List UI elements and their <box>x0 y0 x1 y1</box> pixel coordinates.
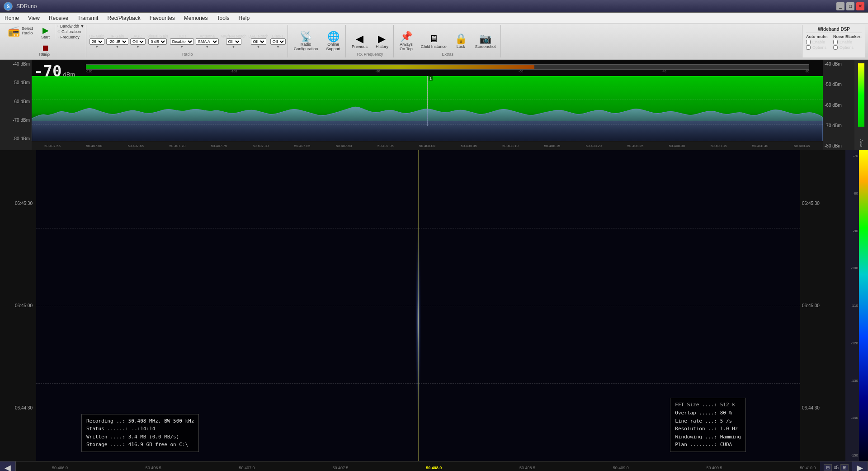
recording-info-written: Written ....: 3.4 MB (0.0 MB/s) <box>86 433 194 441</box>
window-controls: _ □ ✕ <box>836 2 864 10</box>
menu-recplayback[interactable]: Rec/Playback <box>103 13 145 23</box>
waterfall-section: 06:45:30 06:45:00 06:44:30 Recording ..:… <box>0 150 868 461</box>
bottom-freq-axis: 50.406.0 50.406.5 50.407.0 50.407.5 50.4… <box>16 461 820 471</box>
noise-blanker-enable-label: Enable <box>840 40 852 44</box>
menu-tools[interactable]: Tools <box>212 13 234 23</box>
hdr-control: HDR Disable ▼ <box>170 34 194 49</box>
time-label-6-45-30-right: 06:45:30 <box>802 201 844 206</box>
history-label: History <box>376 45 388 49</box>
zoom-in-button[interactable]: ⊞ <box>840 464 849 471</box>
spectrum-y-axis-left: -40 dBm -50 dBm -60 dBm -70 dBm -80 dBm <box>0 60 32 150</box>
freq-bottom-50408-cursor: 50.408.0 <box>426 466 442 470</box>
lock-label: Lock <box>457 45 465 49</box>
lock-button[interactable]: 🔒 Lock <box>452 29 470 53</box>
y-label-50: -50 dBm <box>2 80 30 85</box>
noise-blanker-label: Noise Blanker: <box>833 34 862 39</box>
freq-bottom-50408-5: 50.408.5 <box>519 466 535 470</box>
freq-bottom-50409-5: 50.409.5 <box>707 466 722 470</box>
maximize-btn[interactable]: □ <box>846 2 854 10</box>
noise-blanker-options-label: Options <box>840 45 854 50</box>
wideband-dsp-title: Wideband DSP <box>806 27 862 33</box>
fft-resolution-label: Resolution ..: 1.0 Hz <box>675 425 741 433</box>
calibration-button[interactable]: Calibration <box>61 29 81 34</box>
dbm-scale-130: -130 <box>846 379 858 383</box>
menu-help[interactable]: Help <box>234 13 255 23</box>
online-support-button[interactable]: 🌐 OnlineSupport <box>323 29 344 53</box>
fft-linerate-label: Line rate ...: 5 /s <box>675 417 741 425</box>
previous-button[interactable]: ◀ Previous <box>349 32 371 51</box>
auto-mute-enable-checkbox[interactable] <box>806 40 811 44</box>
fft-size-label: FFT Size ....: 512 k <box>675 401 741 409</box>
toolbar-group-rx-frequency: ◀ Previous ▶ History RX Frequency <box>347 25 394 57</box>
title-bar: S SDRuno _ □ ✕ <box>0 0 868 13</box>
level-bar-container <box>86 64 809 70</box>
screenshot-button[interactable]: 📷 Screenshot <box>472 29 499 53</box>
menu-home[interactable]: Home <box>0 13 24 23</box>
lock-icon: 🔒 <box>455 33 467 45</box>
app-icon: S <box>4 2 13 11</box>
visual-gain-select[interactable]: 0 dB <box>148 38 167 45</box>
noise-blanker-options-checkbox[interactable] <box>833 45 838 50</box>
dbm-scale-70: -70 <box>846 154 858 158</box>
antenna-select[interactable]: SMA A <box>196 38 219 45</box>
zoom-level: x5 <box>834 465 839 470</box>
if-gain-control: IF Gain -20 dB ▼ <box>106 34 128 49</box>
radio-config-button[interactable]: 📡 RadioConfiguration <box>291 29 321 53</box>
frequency-button[interactable]: Frequency <box>60 35 80 39</box>
if-gain-select[interactable]: -20 dB <box>106 38 128 45</box>
spectrum-color-scale-right: Auto <box>854 60 868 150</box>
spectrum-plot[interactable]: -70 dBm -120 -100 -80 -60 -40 -20 1 <box>32 60 823 150</box>
previous-label: Previous <box>352 45 368 49</box>
menu-view[interactable]: View <box>24 13 44 23</box>
bandwidth-button[interactable]: Bandwidth ▼ <box>60 24 84 29</box>
noise-blanker-enable-checkbox[interactable] <box>833 40 838 44</box>
auto-mute-label: Auto-mute: <box>806 34 828 39</box>
waterfall-time-axis-left: 06:45:30 06:45:00 06:44:30 <box>0 150 36 461</box>
waterfall-plot[interactable]: Recording ..: 50.408 MHz, BW 500 kHz Sta… <box>36 150 800 461</box>
calibration-icon: ⚙ <box>57 29 61 34</box>
zoom-out-button[interactable]: ⊟ <box>824 464 832 471</box>
radio-config-icon: 📡 <box>300 31 312 43</box>
always-on-top-button[interactable]: 📌 AlwaysOn Top <box>396 29 416 53</box>
start-button[interactable]: ▶ Start <box>38 24 53 41</box>
freq-bottom-50409: 50.409.0 <box>613 466 629 470</box>
history-icon: ▶ <box>378 33 386 45</box>
screenshot-label: Screenshot <box>475 45 496 49</box>
bottom-navigation-bar: ◀ 50.406.0 50.406.5 50.407.0 50.407.5 50… <box>0 461 868 471</box>
dbm-scale-140: -140 <box>846 416 858 420</box>
main-area: -40 dBm -50 dBm -60 dBm -70 dBm -80 dBm … <box>0 60 868 461</box>
mwfm-notch-select[interactable]: Off <box>226 38 241 45</box>
spectrum-y-axis-right: -40 dBm -50 dBm -60 dBm -70 dBm -80 dBm <box>823 60 854 150</box>
agc-select[interactable]: Off <box>130 38 146 45</box>
y-label-r-50: -50 dBm <box>825 82 842 87</box>
menu-favourites[interactable]: Favourites <box>145 13 179 23</box>
toolbar-group-extras: 📌 AlwaysOn Top 🖥 Child Instance 🔒 Lock 📷… <box>395 25 501 57</box>
select-radio-button[interactable]: 📻 SelectRadio <box>5 24 36 38</box>
toolbar-group-radio: 📻 SelectRadio ▶ Start ⏹ Stop ≈ <box>3 25 86 57</box>
rf-gain-select[interactable]: 26 <box>90 38 104 45</box>
dab-notch-select[interactable]: Off <box>251 38 266 45</box>
close-btn[interactable]: ✕ <box>856 2 864 10</box>
auto-mute-options-checkbox[interactable] <box>806 45 811 50</box>
rx-freq-group-label: RX Frequency <box>347 52 393 57</box>
scroll-left-button[interactable]: ◀ <box>0 461 16 471</box>
menu-transmit[interactable]: Transmit <box>73 13 103 23</box>
history-button[interactable]: ▶ History <box>373 32 392 51</box>
child-instance-label: Child Instance <box>421 45 447 49</box>
menu-memories[interactable]: Memories <box>179 13 212 23</box>
menubar: Home View Receive Transmit Rec/Playback … <box>0 13 868 24</box>
child-instance-button[interactable]: 🖥 Child Instance <box>418 29 450 53</box>
gridline-50dbm <box>32 87 823 87</box>
bias-t-select[interactable]: Off <box>270 38 286 45</box>
recording-info-storage: Storage ....: 416.9 GB free on C:\ <box>86 441 194 449</box>
scroll-right-button[interactable]: ▶ <box>852 461 868 471</box>
auto-label: Auto <box>859 139 863 147</box>
online-support-icon: 🌐 <box>327 31 340 43</box>
dbm-scale-110: -110 <box>846 304 858 308</box>
color-bar-spectrum <box>858 63 864 127</box>
menu-receive[interactable]: Receive <box>44 13 73 23</box>
recording-info-recording: Recording ..: 50.408 MHz, BW 500 kHz <box>86 417 194 425</box>
freq-bottom-50406: 50.406.0 <box>52 466 68 470</box>
minimize-btn[interactable]: _ <box>836 2 844 10</box>
hdr-select[interactable]: Disable <box>170 38 194 45</box>
